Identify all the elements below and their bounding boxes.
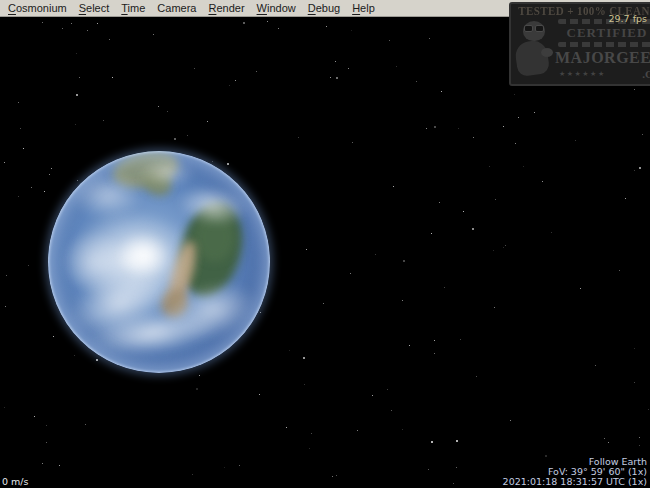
star <box>74 355 75 356</box>
cloud-layer <box>72 173 143 217</box>
land-north-america <box>109 151 182 193</box>
menu-debug[interactable]: Debug <box>302 1 346 15</box>
star <box>196 388 198 390</box>
menu-render[interactable]: Render <box>202 1 250 15</box>
star <box>6 275 7 276</box>
star <box>493 250 494 251</box>
star <box>514 94 515 95</box>
star <box>604 438 605 439</box>
star <box>278 28 279 29</box>
watermark-brand-label: MAJORGEEKS <box>555 49 650 67</box>
speed-indicator: 0 m/s <box>2 476 28 487</box>
star <box>76 53 77 54</box>
star <box>28 265 29 266</box>
star <box>31 187 32 188</box>
star <box>335 61 336 62</box>
star <box>46 425 47 426</box>
star <box>227 163 229 165</box>
star <box>303 357 305 359</box>
land-central-america <box>139 165 176 201</box>
star <box>542 181 543 182</box>
star <box>453 483 454 484</box>
star <box>199 375 200 376</box>
star <box>51 168 52 169</box>
star <box>402 429 403 430</box>
star <box>634 348 635 349</box>
star <box>158 106 159 107</box>
star <box>309 448 310 449</box>
star <box>402 300 403 301</box>
menu-cosmonium[interactable]: Cosmonium <box>2 1 73 15</box>
star <box>76 94 78 96</box>
star <box>503 247 504 248</box>
star <box>429 38 430 39</box>
star <box>416 81 417 82</box>
star <box>476 376 477 377</box>
star <box>428 469 429 470</box>
star <box>42 463 43 464</box>
star <box>523 166 524 167</box>
star <box>434 340 435 341</box>
star <box>608 442 609 443</box>
cloud-layer <box>61 231 128 293</box>
star <box>518 117 519 118</box>
star <box>642 134 643 135</box>
star <box>473 137 474 138</box>
star <box>174 138 176 140</box>
menu-time[interactable]: Time <box>115 1 151 15</box>
cloud-layer <box>62 261 177 347</box>
star <box>441 91 442 92</box>
menu-camera[interactable]: Camera <box>151 1 202 15</box>
star <box>336 77 338 79</box>
datetime-label: 2021:01:18 18:31:57 UTC (1x) <box>503 477 647 487</box>
earth-globe[interactable] <box>48 151 270 373</box>
star <box>49 174 50 175</box>
star <box>311 433 312 434</box>
star <box>458 128 459 129</box>
watermark-tld-label: .COM <box>642 68 650 80</box>
star <box>194 68 195 69</box>
star <box>434 353 435 354</box>
star <box>444 287 445 288</box>
star <box>595 365 596 366</box>
star <box>23 148 24 149</box>
star <box>350 273 351 274</box>
star <box>44 191 45 192</box>
star <box>79 77 80 78</box>
star <box>426 128 427 129</box>
menu-select[interactable]: Select <box>73 1 116 15</box>
cloud-layer <box>174 182 250 229</box>
star <box>409 345 410 346</box>
star <box>396 66 397 67</box>
star <box>515 143 516 144</box>
star <box>286 427 287 428</box>
star <box>323 303 324 304</box>
star <box>71 23 72 24</box>
star <box>326 26 327 27</box>
star <box>575 140 576 141</box>
cloud-layer <box>66 211 199 309</box>
star <box>77 180 78 181</box>
land-patagonia <box>156 284 193 322</box>
star <box>494 307 495 308</box>
star <box>456 440 458 442</box>
star <box>298 137 299 138</box>
star <box>332 476 333 477</box>
star <box>42 22 43 23</box>
star <box>351 30 352 31</box>
star <box>4 162 5 163</box>
menu-help[interactable]: Help <box>346 1 381 15</box>
star <box>75 124 76 125</box>
star <box>260 312 261 313</box>
sun-glint <box>117 233 170 277</box>
star <box>389 40 390 41</box>
star <box>472 228 474 230</box>
star <box>439 202 440 203</box>
star <box>551 232 552 233</box>
star <box>639 437 640 438</box>
star <box>267 21 268 22</box>
menu-window[interactable]: Window <box>251 1 302 15</box>
star <box>212 161 213 162</box>
star <box>62 28 63 29</box>
star <box>5 306 6 307</box>
